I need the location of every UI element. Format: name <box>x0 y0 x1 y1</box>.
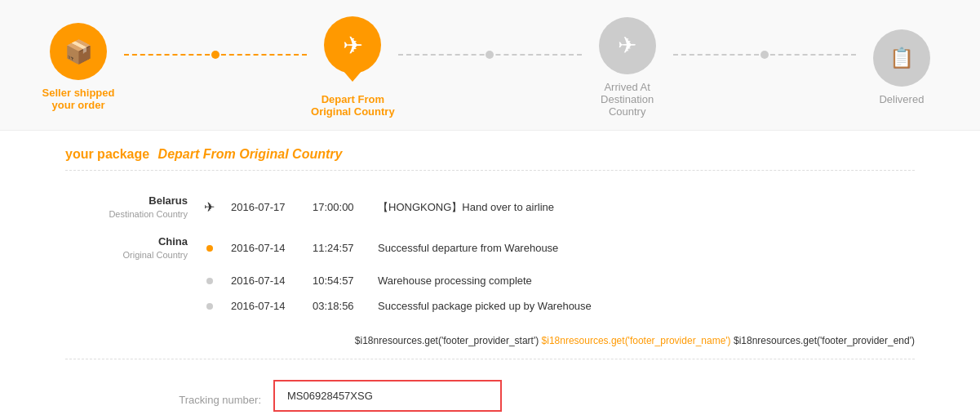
bullet-cell: ✈ <box>196 187 223 228</box>
bullet-cell <box>196 293 223 319</box>
map-pin-depart: ✈ <box>324 16 381 82</box>
connector-dot-2 <box>486 51 494 59</box>
connector-1 <box>124 54 307 56</box>
time-cell: 10:54:57 <box>304 268 370 293</box>
step-icon-seller-shipped: 📦 <box>50 23 107 80</box>
step-arrived-destination: ✈ Arrived At Destination Country <box>582 17 673 118</box>
step-label-arrived: Arrived At Destination Country <box>582 81 673 118</box>
table-row: 2016-07-14 10:54:57 Warehouse processing… <box>65 268 915 293</box>
connector-dot-3 <box>760 51 769 59</box>
main-content: your package Depart From Original Countr… <box>0 131 980 415</box>
date-cell: 2016-07-14 <box>223 293 304 319</box>
bullet-cell <box>196 268 223 293</box>
date-cell: 2016-07-17 <box>223 187 304 228</box>
location-cell <box>65 268 196 293</box>
table-row: 2016-07-14 03:18:56 Successful package p… <box>65 293 915 319</box>
step-icon-arrived: ✈ <box>599 17 656 74</box>
step-seller-shipped: 📦 Seller shipped your order <box>33 23 124 111</box>
date-cell: 2016-07-14 <box>223 228 304 269</box>
step-label-delivered: Delivered <box>879 93 924 105</box>
progress-section: 📦 Seller shipped your order ✈ Depart Fro… <box>0 0 980 131</box>
desc-cell: 【HONGKONG】Hand over to airline <box>370 187 915 228</box>
connector-3 <box>673 54 856 56</box>
step-icon-delivered: 📋 <box>873 29 930 87</box>
table-row: Belarus Destination Country ✈ 2016-07-17… <box>65 187 915 228</box>
desc-cell: Successful package picked up by Warehous… <box>370 293 915 319</box>
tracking-table: Belarus Destination Country ✈ 2016-07-17… <box>65 187 915 319</box>
time-cell: 11:24:57 <box>304 228 370 269</box>
tracking-number-box: MS06928457XSG <box>273 380 502 412</box>
bullet-gray <box>206 303 213 310</box>
step-depart-original: ✈ Depart From Original Country <box>307 16 398 118</box>
connector-2 <box>398 54 581 56</box>
bullet-gray <box>206 278 213 284</box>
plane-icon: ✈ <box>204 200 215 214</box>
connector-dot-1 <box>211 51 220 59</box>
location-cell: China Original Country <box>65 228 196 269</box>
desc-cell: Successful departure from Warehouse <box>370 228 915 269</box>
time-cell: 17:00:00 <box>304 187 370 228</box>
tracking-number-row: Tracking number: MS06928457XSG <box>147 380 915 415</box>
table-row: China Original Country 2016-07-14 11:24:… <box>65 228 915 269</box>
step-label-depart: Depart From Original Country <box>307 93 398 118</box>
step-delivered: 📋 Delivered <box>856 29 947 105</box>
bullet-cell <box>196 228 223 269</box>
bullet-orange <box>206 245 213 252</box>
step-icon-depart: ✈ <box>324 16 381 74</box>
tracking-number-label: Tracking number: <box>147 394 261 406</box>
date-cell: 2016-07-14 <box>223 268 304 293</box>
tracking-info: Tracking number: MS06928457XSG logistics… <box>147 380 915 415</box>
time-cell: 03:18:56 <box>304 293 370 319</box>
desc-cell: Warehouse processing complete <box>370 268 915 293</box>
footer-provider: $i18nresources.get('footer_provider_star… <box>65 335 915 359</box>
package-title: your package Depart From Original Countr… <box>65 147 915 171</box>
tracking-number-value: MS06928457XSG <box>287 390 373 402</box>
location-cell: Belarus Destination Country <box>65 187 196 228</box>
step-label-seller-shipped: Seller shipped your order <box>33 87 124 111</box>
location-cell <box>65 293 196 319</box>
